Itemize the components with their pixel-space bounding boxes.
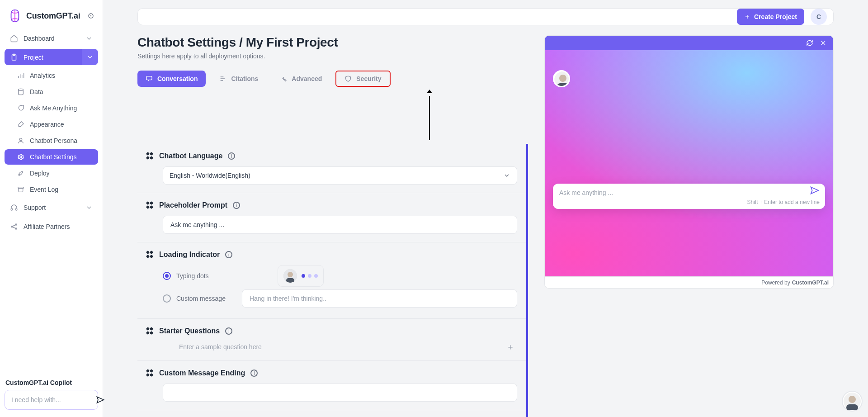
- nav-data[interactable]: Data: [5, 84, 98, 100]
- persona-icon: [17, 137, 24, 144]
- starter-question-row[interactable]: Enter a sample question here ＋: [163, 341, 517, 352]
- nav-analytics[interactable]: Analytics: [5, 68, 98, 83]
- nav-persona[interactable]: Chatbot Persona: [5, 133, 98, 148]
- plus-icon: [744, 14, 750, 20]
- radio-custom[interactable]: [163, 294, 171, 303]
- brand-logo-icon: [8, 9, 22, 23]
- section-placeholder: Placeholder Prompt i: [137, 193, 526, 242]
- create-project-button[interactable]: Create Project: [737, 9, 804, 25]
- page-subtitle: Settings here apply to all deployment op…: [137, 52, 528, 60]
- copilot-input[interactable]: [10, 396, 91, 404]
- section-language: Chatbot Language i English - Worldwide(E…: [137, 144, 526, 193]
- nav: Dashboard Project: [5, 30, 98, 235]
- nav-project-toggle[interactable]: [82, 49, 98, 65]
- chat-icon: [17, 104, 24, 112]
- copilot-title: CustomGPT.ai Copilot: [5, 379, 98, 390]
- custom-message-input-wrap: [242, 289, 517, 308]
- info-icon[interactable]: i: [225, 327, 232, 335]
- nav-persona-label: Chatbot Persona: [30, 137, 77, 144]
- svg-rect-7: [18, 187, 24, 189]
- citations-icon: [219, 75, 226, 82]
- section-starter-title: Starter Questions: [159, 327, 220, 335]
- tab-conversation[interactable]: Conversation: [137, 71, 206, 87]
- starter-placeholder: Enter a sample question here: [179, 343, 262, 351]
- chat-avatar: [553, 70, 570, 87]
- rocket-icon: [17, 170, 24, 177]
- powered-text: Powered by: [761, 280, 790, 286]
- nav-appearance-label: Appearance: [30, 121, 64, 128]
- clipboard-icon: [10, 53, 18, 62]
- home-icon: [10, 34, 18, 43]
- info-icon[interactable]: i: [250, 370, 258, 377]
- nav-project[interactable]: Project: [5, 49, 82, 65]
- nav-event-log[interactable]: Event Log: [5, 182, 98, 197]
- info-icon[interactable]: i: [233, 202, 240, 209]
- tab-security[interactable]: Security: [335, 71, 390, 87]
- placeholder-input[interactable]: [170, 221, 510, 229]
- language-value: English - Worldwide(English): [170, 172, 250, 179]
- page-title: Chatbot Settings / My First Project: [137, 35, 528, 50]
- nav-affiliate[interactable]: Affiliate Partners: [5, 218, 98, 235]
- powered-brand: CustomGPT.ai: [792, 280, 829, 286]
- tab-citations[interactable]: Citations: [211, 71, 266, 87]
- radio-typing-label: Typing dots: [176, 272, 209, 280]
- ending-input-wrap: [163, 384, 517, 402]
- language-select[interactable]: English - Worldwide(English): [163, 166, 517, 185]
- placeholder-input-wrap: [163, 216, 517, 234]
- brush-icon: [17, 121, 24, 128]
- custom-message-input[interactable]: [249, 294, 510, 303]
- svg-rect-19: [557, 83, 569, 87]
- form: Chatbot Language i English - Worldwide(E…: [137, 144, 528, 417]
- content: Create Project C Chatbot Settings / My F…: [103, 0, 868, 417]
- tab-security-label: Security: [356, 75, 381, 82]
- nav-appearance[interactable]: Appearance: [5, 117, 98, 132]
- info-icon[interactable]: i: [228, 152, 235, 160]
- section-loading: Loading Indicator i Typing dots: [137, 242, 526, 318]
- section-ending: Custom Message Ending i: [137, 360, 526, 410]
- nav-data-label: Data: [30, 88, 43, 95]
- section-error: Error Message i: [137, 410, 526, 417]
- tab-advanced[interactable]: Advanced: [272, 71, 330, 87]
- tab-conversation-label: Conversation: [157, 75, 198, 82]
- copilot-input-box[interactable]: [5, 390, 98, 410]
- assistant-fab[interactable]: [842, 391, 863, 412]
- ending-input[interactable]: [170, 389, 510, 397]
- svg-point-11: [15, 224, 17, 225]
- nav-chatbot-settings[interactable]: Chatbot Settings: [5, 149, 98, 165]
- database-icon: [17, 88, 24, 95]
- refresh-icon[interactable]: [806, 39, 813, 47]
- plus-icon[interactable]: ＋: [506, 341, 514, 352]
- section-bullet-icon: [146, 327, 154, 335]
- user-avatar[interactable]: C: [811, 9, 827, 25]
- svg-point-12: [15, 228, 17, 229]
- nav-chatbot-settings-label: Chatbot Settings: [30, 153, 77, 161]
- radio-typing[interactable]: [163, 272, 171, 280]
- wrench-icon: [280, 75, 287, 82]
- chat-preview: Ask me anything ... Shift + Enter to add…: [544, 35, 834, 289]
- send-icon[interactable]: [810, 185, 820, 195]
- tab-advanced-label: Advanced: [292, 75, 322, 82]
- svg-rect-16: [286, 278, 294, 283]
- nav-support[interactable]: Support: [5, 199, 98, 216]
- svg-point-6: [20, 156, 22, 158]
- nav-ama-label: Ask Me Anything: [30, 104, 77, 112]
- preview-input-placeholder: Ask me anything ...: [559, 189, 819, 196]
- sidebar: CustomGPT.ai Dashboard P: [0, 0, 103, 417]
- preview-body: Ask me anything ... Shift + Enter to add…: [545, 50, 833, 276]
- nav-deploy-label: Deploy: [30, 170, 50, 177]
- nav-ama[interactable]: Ask Me Anything: [5, 100, 98, 116]
- info-icon[interactable]: i: [225, 251, 232, 258]
- svg-rect-22: [846, 404, 858, 410]
- chevron-down-icon: [503, 172, 510, 179]
- svg-point-4: [19, 89, 24, 90]
- brand: CustomGPT.ai: [5, 5, 98, 30]
- share-icon: [10, 223, 18, 231]
- typing-dots-icon: [302, 274, 318, 278]
- nav-deploy[interactable]: Deploy: [5, 166, 98, 181]
- nav-dashboard[interactable]: Dashboard: [5, 30, 98, 47]
- preview-chat-input[interactable]: Ask me anything ... Shift + Enter to add…: [553, 184, 825, 209]
- typing-bubble: [278, 265, 324, 287]
- preview-footer: Powered by CustomGPT.ai: [545, 276, 833, 288]
- close-icon[interactable]: [820, 39, 827, 47]
- chat-icon: [146, 75, 153, 82]
